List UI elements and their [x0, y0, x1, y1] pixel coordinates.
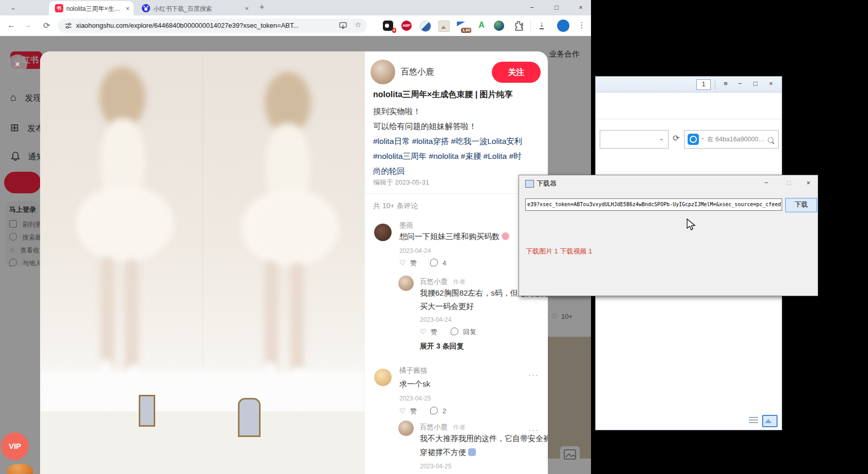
refresh-icon[interactable]: ⟳: [673, 133, 679, 143]
like-label[interactable]: 赞: [431, 328, 437, 336]
comment-more-icon[interactable]: ···: [528, 370, 539, 379]
follow-button[interactable]: 关注: [492, 62, 541, 83]
comment-actions: ♡ 赞 2: [399, 406, 446, 416]
download-url-input[interactable]: e39?xsec_token=ABTou3vxydULHJdE5B6z4wBnd…: [525, 198, 782, 211]
search-engine-icon[interactable]: [688, 134, 699, 145]
downloader-minimize-button[interactable]: −: [760, 179, 773, 187]
browser-menu-kebab-icon[interactable]: ⋮: [578, 20, 586, 30]
comment-more-icon[interactable]: ···: [528, 425, 539, 434]
extension-abp-icon[interactable]: ABP: [401, 21, 412, 31]
tab-close-icon[interactable]: ×: [245, 5, 249, 12]
extension-blue-icon[interactable]: [420, 21, 431, 32]
downloader-maximize-button[interactable]: □: [782, 179, 796, 187]
commenter-avatar[interactable]: [374, 369, 392, 386]
tab-title: nololita三周年×生成色束腰 | 图: [66, 5, 121, 13]
commenter-name[interactable]: 百悠小鹿: [420, 423, 448, 431]
titlebar-divider: [715, 79, 715, 89]
comment-actions: ♡ 赞 4: [399, 258, 446, 268]
post-edited-date: 编辑于 2023-05-31: [373, 178, 429, 187]
forward-icon[interactable]: →: [24, 21, 32, 30]
like-icon[interactable]: ♡: [399, 407, 406, 415]
downloads-icon[interactable]: ↓: [540, 20, 544, 29]
reply-count[interactable]: 2: [442, 407, 446, 415]
back-icon[interactable]: ←: [7, 21, 15, 30]
author-name[interactable]: 百悠小鹿: [401, 67, 434, 78]
extensions-puzzle-icon[interactable]: [513, 21, 524, 31]
comment-bubble-icon[interactable]: [430, 259, 438, 266]
explorer-titlebar[interactable]: 1 ≡ − □ ×: [596, 77, 782, 92]
combo-dropdown-icon[interactable]: ⌄: [659, 135, 664, 142]
tab-close-icon[interactable]: ×: [125, 5, 130, 12]
reload-icon[interactable]: ⟳: [43, 21, 50, 30]
author-avatar[interactable]: [371, 60, 395, 84]
address-combo-box[interactable]: ⌄: [600, 130, 669, 149]
search-magnifier-icon[interactable]: [768, 137, 773, 143]
profile-avatar[interactable]: [557, 20, 569, 32]
comment-text: 我不大推荐我用的这件，它自带安全裤: [420, 434, 548, 444]
like-icon[interactable]: ♡: [420, 327, 427, 336]
hashtag-line[interactable]: 尚的轮回: [373, 163, 543, 178]
search-engine-dropdown-icon[interactable]: ⌄: [700, 135, 705, 140]
desc-line: 摸到实物啦！: [373, 104, 543, 119]
browser-close-button[interactable]: ×: [573, 0, 588, 15]
vip-float-button[interactable]: VIP: [1, 432, 29, 460]
comment-bubble-icon[interactable]: [451, 327, 458, 335]
extension-blocker-icon[interactable]: 4: [383, 21, 393, 31]
like-icon[interactable]: ♡: [399, 259, 406, 267]
browser-minimize-button[interactable]: −: [524, 0, 540, 15]
install-cast-icon[interactable]: [339, 22, 347, 29]
comment-text: 买大一码会更好: [420, 302, 474, 312]
tab-background[interactable]: 小红书下载_百度搜索 ×: [138, 2, 252, 14]
new-tab-button[interactable]: +: [260, 3, 264, 12]
commenter-name[interactable]: 橘子酱猫: [399, 366, 427, 375]
search-box[interactable]: ⌄ 在 64ba16a9000000...: [684, 130, 779, 149]
extension-flag-icon[interactable]: 1.00: [457, 21, 467, 31]
browser-toolbar: ← → ⟳ xiaohongshu.com/explore/6446840b00…: [0, 15, 591, 36]
downloader-titlebar[interactable]: 下载器 − □ ×: [519, 175, 818, 191]
extension-a-icon[interactable]: A: [476, 21, 487, 31]
author-badge: 作者: [453, 278, 465, 285]
explorer-minimize-button[interactable]: −: [733, 80, 747, 87]
commenter-avatar[interactable]: [374, 224, 392, 241]
comment-date: 2023-04-25: [420, 463, 451, 470]
url-text[interactable]: xiaohongshu.com/explore/6446840b00000001…: [76, 22, 323, 29]
modal-close-button[interactable]: ×: [8, 54, 27, 74]
reply-name-row: 百悠小鹿 作者: [420, 277, 465, 286]
bookmark-star-icon[interactable]: ☆: [355, 20, 361, 29]
commenter-avatar[interactable]: [398, 421, 414, 436]
post-photo[interactable]: [40, 51, 365, 474]
explorer-menu-icon[interactable]: ≡: [719, 80, 732, 87]
image-view-icon[interactable]: [762, 415, 778, 427]
tab-search-chevron-icon[interactable]: ⌄: [10, 4, 16, 11]
desktop: ⌄ 书 nololita三周年×生成色束腰 | 图 × 小红书下载_百度搜索 ×…: [0, 0, 868, 474]
hashtag-line[interactable]: #lolita日常 #lolita穿搭 #吃我一波Lolita安利: [373, 134, 543, 149]
like-label[interactable]: 赞: [410, 259, 417, 267]
photo-prop-frame: [238, 398, 261, 437]
explorer-close-button[interactable]: ×: [764, 80, 778, 87]
address-bar[interactable]: xiaohongshu.com/explore/6446840b00000001…: [58, 19, 367, 33]
extension-globe-icon[interactable]: [494, 21, 504, 31]
extension-screenshot-icon[interactable]: [438, 21, 450, 32]
list-view-icon[interactable]: [749, 417, 758, 424]
download-button[interactable]: 下载: [785, 198, 817, 212]
comment-text: 求一个sk: [399, 379, 430, 389]
commenter-name[interactable]: 百悠小鹿: [420, 278, 448, 285]
search-placeholder[interactable]: 在 64ba16a9000000...: [707, 135, 765, 144]
comment-bubble-icon[interactable]: [430, 407, 438, 414]
commenter-avatar[interactable]: [398, 276, 414, 291]
divider: [596, 92, 782, 93]
tab-current[interactable]: 书 nololita三周年×生成色束腰 | 图 ×: [49, 1, 134, 15]
browser-maximize-button[interactable]: □: [549, 0, 564, 15]
explorer-maximize-button[interactable]: □: [749, 80, 762, 87]
downloader-close-button[interactable]: ×: [802, 179, 815, 187]
hashtag-line[interactable]: #nololita三周年 #nololita #束腰 #Lolita #时: [373, 149, 543, 163]
commenter-name[interactable]: 墨雨: [399, 221, 413, 230]
page-count-badge[interactable]: 1: [696, 79, 711, 90]
reply-label[interactable]: 回复: [463, 328, 476, 336]
extension-badge: 4: [392, 28, 396, 33]
author-badge: 作者: [453, 424, 465, 431]
expand-replies-button[interactable]: 展开 3 条回复: [420, 342, 464, 351]
site-settings-icon[interactable]: [65, 22, 72, 29]
like-label[interactable]: 赞: [410, 407, 417, 415]
reply-count[interactable]: 4: [442, 259, 446, 267]
